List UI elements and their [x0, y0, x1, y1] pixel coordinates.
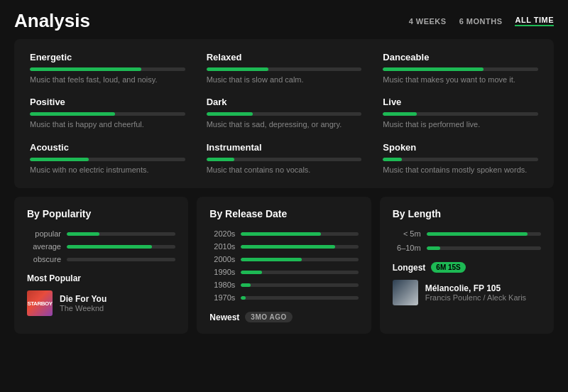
- dark-bar-fill: [207, 112, 253, 116]
- attributes-card: Energetic Music that feels fast, loud, a…: [14, 39, 554, 188]
- filter-4weeks[interactable]: 4 WEEKS: [409, 17, 447, 26]
- 6to10m-bar-fill: [427, 246, 440, 250]
- pop-row-popular: popular: [27, 229, 175, 238]
- live-bar-track: [383, 112, 538, 116]
- obscure-bar-track: [67, 258, 175, 261]
- 2010s-bar-track: [241, 245, 358, 249]
- release-date-card: By Release Date 2020s 2010s 2000s: [197, 197, 371, 334]
- live-bar-fill: [383, 112, 417, 116]
- filter-alltime[interactable]: ALL TIME: [515, 16, 554, 26]
- newest-row: Newest 3MO AGO: [209, 312, 358, 322]
- attribute-live: Live Music that is performed live.: [383, 97, 538, 130]
- danceable-bar-fill: [383, 67, 484, 71]
- average-bar-fill: [67, 245, 152, 249]
- dark-bar-track: [207, 112, 362, 116]
- energetic-bar-fill: [30, 67, 141, 71]
- most-popular-track: STARBOY Die For You The Weeknd: [27, 290, 175, 316]
- most-popular-label: Most Popular: [27, 273, 175, 283]
- spoken-bar-track: [383, 158, 538, 161]
- main-content: Energetic Music that feels fast, loud, a…: [0, 39, 568, 341]
- header: Analysis 4 WEEKS 6 MONTHS ALL TIME: [0, 0, 568, 39]
- length-card: By Length < 5m 6–10m Longest 6M 15S: [380, 197, 554, 334]
- popular-bar-track: [67, 232, 175, 236]
- newest-badge: 3MO AGO: [245, 312, 292, 322]
- longest-track: Mélancolie, FP 105 Francis Poulenc / Ale…: [393, 280, 541, 305]
- attribute-acoustic: Acoustic Music with no electric instrume…: [30, 142, 185, 175]
- release-row-2010s: 2010s: [209, 242, 358, 251]
- popular-bar-fill: [67, 232, 99, 236]
- attribute-relaxed: Relaxed Music that is slow and calm.: [207, 52, 362, 85]
- bottom-row: By Popularity popular average obscure Mo…: [14, 197, 554, 334]
- attribute-spoken: Spoken Music that contains mostly spoken…: [383, 142, 538, 175]
- 2000s-bar-track: [241, 258, 358, 261]
- attribute-energetic: Energetic Music that feels fast, loud, a…: [30, 52, 185, 85]
- longest-track-info: Mélancolie, FP 105 Francis Poulenc / Ale…: [425, 283, 526, 302]
- 6to10m-bar-track: [427, 246, 541, 250]
- track-info: Die For You The Weeknd: [60, 294, 106, 312]
- average-bar-track: [67, 245, 175, 249]
- release-row-2020s: 2020s: [209, 229, 358, 238]
- relaxed-bar-fill: [207, 67, 268, 71]
- longest-track-thumbnail: [393, 280, 418, 305]
- acoustic-bar-fill: [30, 158, 89, 161]
- popularity-card: By Popularity popular average obscure Mo…: [14, 197, 188, 334]
- acoustic-bar-track: [30, 158, 185, 161]
- attribute-dark: Dark Music that is sad, depressing, or a…: [207, 97, 362, 130]
- attribute-instrumental: Instrumental Music that contains no voca…: [207, 142, 362, 175]
- attribute-danceable: Danceable Music that makes you want to m…: [383, 52, 538, 85]
- 1990s-bar-fill: [241, 271, 262, 274]
- 2000s-bar-fill: [241, 258, 302, 261]
- 1980s-bar-track: [241, 283, 358, 287]
- pop-row-average: average: [27, 242, 175, 251]
- positive-bar-fill: [30, 112, 115, 116]
- 2010s-bar-fill: [241, 245, 334, 249]
- 1970s-bar-track: [241, 296, 358, 300]
- danceable-bar-track: [383, 67, 538, 71]
- under5m-bar-track: [427, 232, 541, 236]
- filter-6months[interactable]: 6 MONTHS: [459, 17, 503, 26]
- instrumental-bar-fill: [207, 158, 234, 161]
- longest-section-label: Longest 6M 15S: [393, 262, 541, 273]
- release-row-1980s: 1980s: [209, 281, 358, 289]
- energetic-bar-track: [30, 67, 185, 71]
- length-row-under5m: < 5m: [393, 229, 541, 238]
- 2020s-bar-track: [241, 232, 358, 236]
- track-thumbnail: STARBOY: [27, 290, 53, 316]
- length-row-6to10m: 6–10m: [393, 244, 541, 252]
- release-row-1990s: 1990s: [209, 268, 358, 276]
- time-filters: 4 WEEKS 6 MONTHS ALL TIME: [409, 16, 554, 26]
- release-row-2000s: 2000s: [209, 255, 358, 263]
- pop-row-obscure: obscure: [27, 255, 175, 263]
- attributes-grid: Energetic Music that feels fast, loud, a…: [30, 52, 538, 175]
- relaxed-bar-track: [207, 67, 362, 71]
- 1980s-bar-fill: [241, 283, 250, 287]
- release-row-1970s: 1970s: [209, 293, 358, 302]
- 1990s-bar-track: [241, 271, 358, 274]
- positive-bar-track: [30, 112, 185, 116]
- 1970s-bar-fill: [241, 296, 246, 300]
- attribute-positive: Positive Music that is happy and cheerfu…: [30, 97, 185, 130]
- page-title: Analysis: [14, 10, 90, 32]
- under5m-bar-fill: [427, 232, 528, 236]
- 2020s-bar-fill: [241, 232, 320, 236]
- longest-badge: 6M 15S: [431, 262, 465, 273]
- instrumental-bar-track: [207, 158, 362, 161]
- spoken-bar-fill: [383, 158, 401, 161]
